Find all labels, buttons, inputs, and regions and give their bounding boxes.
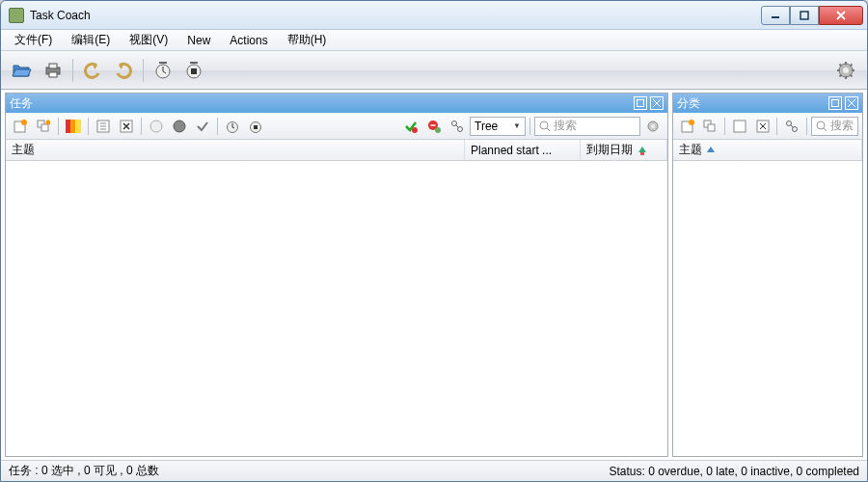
svg-rect-14 [41,124,48,131]
tasks-grid[interactable] [6,161,667,456]
clock-icon [226,120,239,133]
circle-inactive-icon [149,120,163,133]
menu-help[interactable]: 帮助(H) [278,30,337,50]
toolbar-divider [143,59,144,82]
categories-grid[interactable] [673,161,862,456]
col-planned-start[interactable]: Planned start ... [465,140,581,160]
new-task-button[interactable] [10,116,31,137]
sort-indicator-icon [706,146,716,155]
svg-rect-39 [708,124,715,131]
stop-tracking-button[interactable] [245,116,266,137]
delete-button[interactable] [116,116,137,137]
maximize-button[interactable] [790,6,819,25]
toolbar-divider [141,118,142,135]
svg-rect-0 [772,16,779,18]
panel-gear-button[interactable] [642,116,664,137]
filter-clear-button[interactable] [423,116,445,137]
svg-rect-34 [640,152,644,155]
window-controls [761,6,863,25]
minimize-icon [771,11,780,20]
svg-point-22 [174,120,185,132]
redo-button[interactable] [110,57,137,84]
minimize-button[interactable] [761,6,790,25]
toolbar-divider [776,118,777,135]
start-effort-button[interactable] [149,57,176,84]
check-green-icon [404,120,418,133]
new-subtask-button[interactable] [33,116,54,137]
toolbar-divider [724,118,725,135]
categories-column-header: 主题 [673,140,862,161]
mark-complete-button[interactable] [192,116,213,137]
priority-button[interactable] [63,116,84,137]
mark-active-button[interactable] [169,116,190,137]
undo-icon [83,62,102,79]
tasks-panel-title: 任务 [10,95,631,112]
cat-edit-button[interactable] [729,116,750,137]
close-button[interactable] [819,6,863,25]
cat-link-button[interactable] [781,116,802,137]
view-mode-value: Tree [475,120,498,133]
categories-panel: 分类 搜索 主题 [672,93,863,457]
new-task-icon [14,120,27,133]
view-mode-combo[interactable]: Tree ▼ [470,117,526,136]
menu-actions[interactable]: Actions [220,30,277,50]
check-icon [196,120,209,133]
menu-file[interactable]: 文件(F) [5,30,62,50]
undo-button[interactable] [79,57,106,84]
panel-close-button[interactable] [650,96,664,110]
link-button[interactable] [447,116,468,137]
new-category-button[interactable] [677,116,698,137]
workspace: 任务 [1,90,867,460]
stop-effort-button[interactable] [180,57,207,84]
maximize-icon [637,99,644,107]
svg-rect-40 [734,120,746,132]
menu-view[interactable]: 视图(V) [120,30,177,50]
panel-maximize-button[interactable] [828,96,842,110]
filter-active-button[interactable] [400,116,421,137]
close-icon [836,11,846,20]
main-toolbar [1,51,867,90]
svg-point-31 [540,121,548,129]
cat-delete-button[interactable] [752,116,773,137]
new-subcategory-button[interactable] [700,116,721,137]
gear-icon [645,119,661,134]
close-icon [848,99,855,107]
print-button[interactable] [40,57,67,84]
edit-icon [733,120,746,133]
tasks-search-input[interactable]: 搜索 [534,117,640,136]
toolbar-divider [88,118,89,135]
col-subject[interactable]: 主题 [6,140,465,160]
toolbar-divider [58,118,59,135]
mark-inactive-button[interactable] [146,116,167,137]
status-bar: 任务 : 0 选中 , 0 可见 , 0 总数 Status: 0 overdu… [1,460,867,481]
settings-button[interactable] [832,57,859,84]
svg-rect-35 [832,100,839,107]
col-cat-subject[interactable]: 主题 [673,140,862,160]
categories-search-input[interactable]: 搜索 [811,117,858,136]
svg-rect-1 [800,12,808,19]
edit-button[interactable] [93,116,114,137]
maximize-icon [800,11,809,20]
open-button[interactable] [9,57,36,84]
folder-open-icon [12,62,33,79]
svg-rect-3 [49,64,57,68]
tasks-toolbar: Tree ▼ 搜索 [6,113,667,140]
menu-edit[interactable]: 编辑(E) [62,30,120,50]
panel-maximize-button[interactable] [634,96,647,110]
col-due-date[interactable]: 到期日期 [581,140,667,160]
svg-point-37 [689,120,694,125]
close-icon [653,99,661,107]
tasks-panel: 任务 [5,93,668,457]
print-icon [43,62,63,79]
status-left: 任务 : 0 选中 , 0 可见 , 0 总数 [9,463,610,479]
svg-point-9 [843,67,849,73]
start-tracking-button[interactable] [222,116,243,137]
svg-rect-18 [75,120,81,133]
svg-rect-7 [191,68,197,74]
menu-new[interactable]: New [177,30,220,50]
delete-icon [120,120,133,133]
priority-icon [66,120,81,133]
svg-point-21 [150,120,162,132]
sort-indicator-icon [637,145,648,156]
panel-close-button[interactable] [845,96,858,110]
